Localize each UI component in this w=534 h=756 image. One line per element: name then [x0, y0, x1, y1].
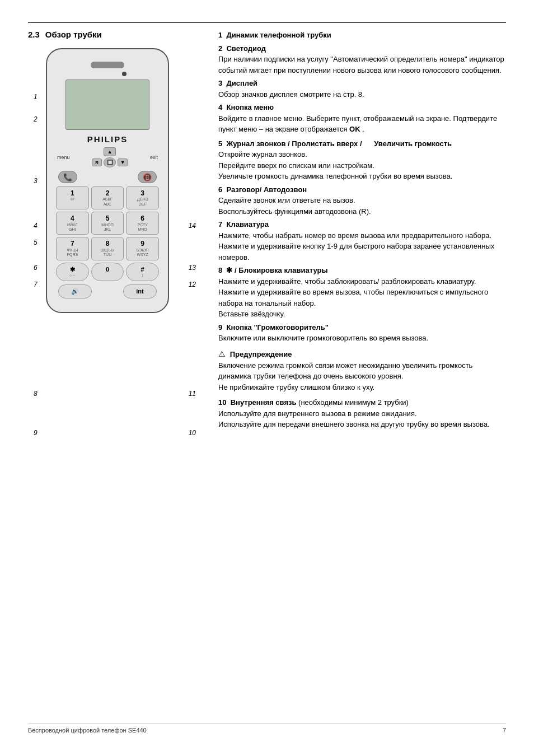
call-buttons-row: 📞 📵	[58, 171, 157, 183]
center-btn[interactable]: 🔲	[104, 157, 116, 167]
label-11: 11	[189, 390, 196, 398]
function-keys-row: 🔊 int	[58, 284, 157, 298]
key-5[interactable]: 5МНОПJKL	[91, 212, 124, 235]
warning-icon: ⚠	[218, 349, 226, 358]
content-area: 2.3 Обзор трубки 1 2 3 4 5 6 7 8 9 14 13	[28, 30, 506, 712]
label-5: 5	[34, 239, 38, 246]
nav-mid: R 🔲 ▼	[92, 157, 128, 167]
item-10-title: 10 Внутренняя связь (необходимы минимум …	[218, 397, 506, 408]
left-column: 2.3 Обзор трубки 1 2 3 4 5 6 7 8 9 14 13	[28, 30, 202, 712]
label-12: 12	[189, 281, 196, 288]
phone-body: PHILIPS menu ▲ R 🔲 ▼	[46, 48, 169, 313]
item-6-body: Сделайте звонок или ответьте на вызов.Во…	[218, 195, 506, 217]
footer: Беспроводной цифровой телефон SE440 7	[28, 723, 506, 734]
label-3: 3	[34, 177, 38, 185]
label-13: 13	[189, 264, 196, 272]
item-2-body: При наличии подписки на услугу "Автомати…	[218, 54, 506, 76]
item-1-title: 1 Динамик телефонной трубки	[218, 30, 506, 41]
item-8-title: 8 ✱ / Блокировка клавиатуры	[218, 265, 506, 276]
item-5-body: Откройте журнал звонков.Перейдите вверх …	[218, 149, 506, 182]
footer-left: Беспроводной цифровой телефон SE440	[28, 727, 147, 734]
warning-block: ⚠ Предупреждение Включение режима громко…	[218, 348, 506, 393]
item-7-body: Нажмите, чтобы набрать номер во время вы…	[218, 230, 506, 263]
label-4: 4	[34, 222, 38, 230]
nav-down-btn[interactable]: ▼	[118, 158, 128, 166]
nav-dpad: ▲ R 🔲 ▼	[92, 147, 128, 167]
item-9-title: 9 Кнопка "Громкоговоритель"	[218, 322, 506, 333]
item-3-title: 3 Дисплей	[218, 78, 506, 89]
label-7: 7	[34, 281, 38, 288]
label-14: 14	[189, 222, 196, 230]
phone-diagram: 1 2 3 4 5 6 7 8 9 14 13 12 11 10	[34, 48, 196, 313]
key-2[interactable]: 2АБВГABC	[91, 186, 124, 209]
label-10: 10	[189, 429, 196, 437]
key-9[interactable]: 9ЬЭЮЯWXYZ	[126, 237, 159, 260]
nav-area: menu ▲ R 🔲 ▼ exit	[57, 147, 158, 167]
warning-title: ⚠ Предупреждение	[218, 348, 506, 360]
key-7[interactable]: 7ФХЦЧPQRS	[56, 237, 89, 260]
item-2-title: 2 Светодиод	[218, 43, 506, 54]
special-keys-row: ✱○→ 0 #↕	[56, 263, 159, 282]
warning-title-text: Предупреждение	[230, 350, 292, 358]
nav-menu-label: menu	[57, 155, 70, 160]
call-btn[interactable]: 📞	[58, 171, 77, 183]
item-9-body: Включите или выключите громкоговоритель …	[218, 333, 506, 344]
item-6-title: 6 Разговор/ Автодозвон	[218, 184, 506, 195]
led-indicator	[122, 72, 127, 76]
r-btn[interactable]: R	[92, 158, 102, 166]
page: 2.3 Обзор трубки 1 2 3 4 5 6 7 8 9 14 13	[0, 0, 534, 756]
numeric-keypad: 1✉ 2АБВГABC 3ДЕЖЗDEF 4ИЙКЛGHI 5МНОПJKL 6…	[56, 186, 159, 260]
phone-screen	[65, 80, 149, 130]
item-7-title: 7 Клавиатура	[218, 219, 506, 230]
section-title: Обзор трубки	[45, 30, 102, 39]
label-9: 9	[34, 429, 38, 437]
right-column: 1 Динамик телефонной трубки 2 Светодиод …	[218, 30, 506, 712]
key-hash[interactable]: #↕	[126, 263, 159, 282]
item-4-body: Войдите в главное меню. Выберите пункт, …	[218, 113, 506, 135]
nav-up-btn[interactable]: ▲	[104, 147, 116, 156]
footer-right: 7	[503, 727, 506, 734]
top-divider	[28, 22, 506, 23]
label-2: 2	[34, 115, 38, 123]
phone-top-section	[53, 56, 162, 80]
item-3-body: Обзор значков дисплея смотрите на стр. 8…	[218, 89, 506, 100]
key-speaker[interactable]: 🔊	[58, 284, 92, 298]
end-btn[interactable]: 📵	[138, 171, 157, 183]
label-6: 6	[34, 264, 38, 272]
item-5-title: 5 Журнал звонков / Пролистать вверх / Ув…	[218, 138, 506, 150]
key-4[interactable]: 4ИЙКЛGHI	[56, 212, 89, 235]
phone-speaker	[91, 62, 124, 68]
label-1: 1	[34, 93, 38, 101]
item-8-body: Нажмите и удерживайте, чтобы заблокирова…	[218, 276, 506, 320]
item-10-body: Используйте для внутреннего вызова в реж…	[218, 408, 506, 430]
section-number: 2.3	[28, 30, 40, 39]
item-4-title: 4 Кнопка меню	[218, 102, 506, 113]
phone-brand: PHILIPS	[53, 134, 162, 144]
nav-exit-label: exit	[150, 155, 158, 160]
key-6[interactable]: 6РСТУMNO	[126, 212, 159, 235]
key-8[interactable]: 8ШЩЪЫTUU	[91, 237, 124, 260]
key-int[interactable]: int	[123, 284, 157, 298]
warning-body: Включение режима громкой связи может нео…	[218, 360, 506, 393]
key-3[interactable]: 3ДЕЖЗDEF	[126, 186, 159, 209]
key-0[interactable]: 0	[91, 263, 124, 282]
key-star[interactable]: ✱○→	[56, 263, 89, 282]
key-1[interactable]: 1✉	[56, 186, 89, 209]
label-8: 8	[34, 390, 38, 398]
